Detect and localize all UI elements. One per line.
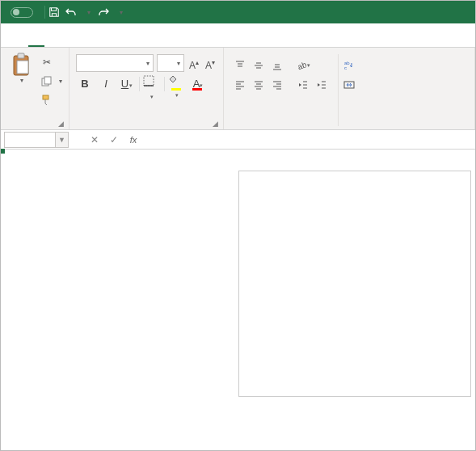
- decrease-indent-button[interactable]: [295, 77, 311, 93]
- font-name-select[interactable]: ▾: [76, 54, 154, 72]
- chart-y-axis: [239, 202, 272, 377]
- svg-rect-5: [43, 95, 48, 99]
- bold-button[interactable]: B: [76, 75, 94, 93]
- selection-border: [1, 150, 4, 153]
- cut-icon: ✂: [41, 57, 53, 68]
- fill-color-button[interactable]: ▾: [168, 75, 186, 93]
- autosave-knob: [13, 9, 19, 15]
- svg-rect-2: [17, 61, 28, 74]
- wrap-text-icon: abc: [343, 60, 355, 71]
- ribbon: ▾ ✂ ▾ ◢ ▾ ▾ A▴ A▾ B I U▾ ▾: [1, 48, 475, 130]
- group-alignment: ab▾ abc: [224, 48, 475, 129]
- embedded-chart[interactable]: [238, 171, 471, 397]
- group-clipboard: ▾ ✂ ▾ ◢: [1, 48, 70, 129]
- align-bottom-button[interactable]: [269, 57, 285, 74]
- tab-file[interactable]: [12, 38, 28, 47]
- underline-button[interactable]: U▾: [118, 75, 136, 93]
- svg-rect-4: [44, 77, 51, 84]
- font-color-swatch: [192, 88, 202, 91]
- tab-formulas[interactable]: [77, 38, 93, 47]
- chart-plot-area: [275, 202, 461, 377]
- align-middle-button[interactable]: [251, 57, 267, 74]
- svg-text:ab: ab: [297, 60, 307, 71]
- copy-button[interactable]: ▾: [41, 73, 62, 89]
- font-launcher-icon[interactable]: ◢: [213, 120, 218, 128]
- svg-text:c: c: [344, 65, 347, 70]
- svg-rect-6: [144, 76, 154, 86]
- undo-dropdown-icon[interactable]: ▾: [81, 9, 97, 16]
- font-color-button[interactable]: A▾: [189, 75, 207, 93]
- copy-dropdown-icon[interactable]: ▾: [59, 78, 62, 85]
- enter-formula-icon[interactable]: ✓: [104, 134, 124, 145]
- cut-button[interactable]: ✂: [41, 54, 62, 70]
- title-bar: ▾ ▾: [1, 1, 475, 23]
- tab-review[interactable]: [109, 38, 125, 47]
- tab-home[interactable]: [28, 38, 44, 47]
- tab-page-layout[interactable]: [61, 38, 77, 47]
- qat-customize-icon[interactable]: ▾: [113, 9, 129, 16]
- svg-rect-1: [18, 53, 24, 58]
- fx-icon[interactable]: fx: [124, 135, 143, 145]
- group-font: ▾ ▾ A▴ A▾ B I U▾ ▾ ▾ A▾ ◢: [70, 48, 224, 129]
- paste-button[interactable]: ▾: [6, 51, 38, 126]
- increase-font-icon[interactable]: A▴: [187, 54, 200, 72]
- format-painter-button[interactable]: [41, 91, 62, 107]
- formula-bar: ▼ ✕ ✓ fx: [1, 130, 475, 150]
- fill-color-swatch: [171, 88, 181, 91]
- cancel-formula-icon[interactable]: ✕: [85, 134, 104, 145]
- tab-insert[interactable]: [44, 38, 61, 47]
- undo-icon[interactable]: [65, 6, 81, 18]
- italic-button[interactable]: I: [97, 75, 115, 93]
- merge-icon: [343, 79, 355, 91]
- chevron-down-icon: ▾: [146, 60, 150, 67]
- paste-icon: [11, 53, 33, 77]
- ribbon-tabs: [1, 23, 475, 48]
- autosave-toggle[interactable]: [11, 7, 33, 18]
- tab-view[interactable]: [125, 38, 141, 47]
- align-left-button[interactable]: [232, 77, 248, 93]
- tab-help[interactable]: [141, 38, 158, 47]
- chevron-down-icon: ▾: [150, 94, 154, 99]
- clipboard-launcher-icon[interactable]: ◢: [58, 120, 64, 128]
- copy-icon: [41, 76, 53, 86]
- chevron-down-icon: ▾: [129, 82, 133, 88]
- tab-data[interactable]: [93, 38, 109, 47]
- font-size-select[interactable]: ▾: [157, 54, 184, 72]
- chevron-down-icon: ▾: [175, 92, 179, 98]
- chevron-down-icon: ▾: [200, 82, 203, 88]
- name-box-dropdown-icon[interactable]: ▼: [56, 132, 69, 148]
- decrease-font-icon[interactable]: A▾: [204, 54, 217, 72]
- qat-separator: [44, 6, 45, 19]
- redo-icon[interactable]: [97, 6, 113, 18]
- paste-dropdown-icon[interactable]: ▾: [20, 77, 23, 84]
- borders-button[interactable]: ▾: [143, 75, 161, 93]
- orientation-button[interactable]: ab▾: [295, 57, 311, 74]
- align-right-button[interactable]: [269, 77, 285, 93]
- name-box[interactable]: [4, 132, 56, 148]
- chevron-down-icon: ▾: [307, 62, 310, 69]
- chevron-down-icon: ▾: [177, 60, 180, 67]
- merge-center-button[interactable]: [343, 77, 358, 93]
- align-top-button[interactable]: [232, 57, 248, 74]
- align-center-button[interactable]: [251, 77, 267, 93]
- increase-indent-button[interactable]: [314, 77, 330, 93]
- format-painter-icon: [41, 95, 53, 105]
- wrap-text-button[interactable]: abc: [343, 57, 358, 74]
- save-icon[interactable]: [48, 6, 65, 18]
- chart-title: [239, 171, 470, 181]
